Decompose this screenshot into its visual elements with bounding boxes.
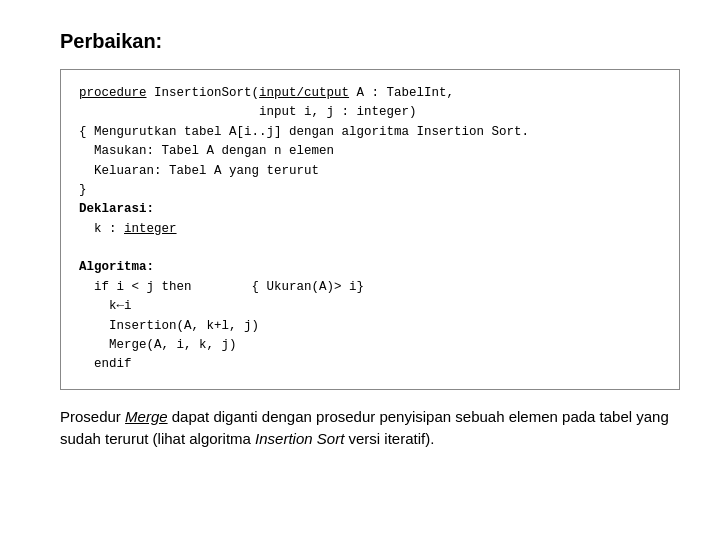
- section-title: Perbaikan:: [60, 30, 680, 53]
- code-block: procedure InsertionSort(input/cutput A :…: [60, 69, 680, 390]
- page-container: Perbaikan: procedure InsertionSort(input…: [0, 0, 720, 540]
- description-text: Prosedur Merge dapat diganti dengan pros…: [60, 406, 680, 451]
